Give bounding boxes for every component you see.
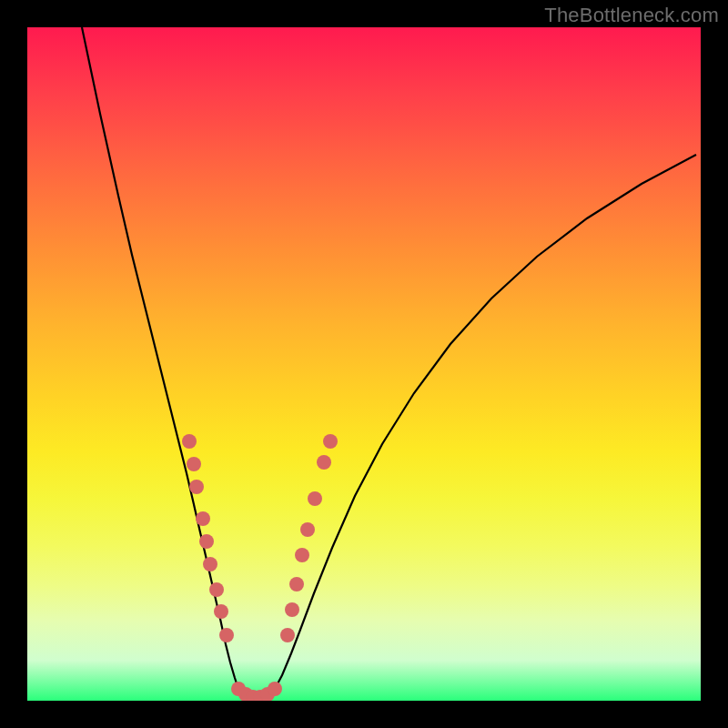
- marker-dot: [268, 682, 282, 696]
- marker-cluster-left: [182, 434, 234, 642]
- marker-dot: [289, 577, 304, 592]
- marker-dot: [196, 511, 210, 526]
- marker-dot: [280, 628, 295, 642]
- marker-dot: [203, 557, 217, 571]
- marker-dot: [189, 480, 204, 494]
- marker-dot: [317, 455, 331, 470]
- chart-plot-area: [27, 27, 701, 701]
- marker-dot: [300, 522, 315, 537]
- marker-dot: [209, 582, 224, 597]
- marker-cluster-bottom: [231, 682, 282, 701]
- marker-dot: [219, 628, 234, 642]
- marker-dot: [214, 604, 228, 619]
- watermark-text: TheBottleneck.com: [544, 4, 719, 27]
- marker-dot: [199, 534, 214, 549]
- chart-svg: [27, 27, 701, 701]
- marker-dot: [308, 491, 322, 506]
- marker-cluster-right: [280, 434, 338, 642]
- marker-dot: [285, 602, 299, 617]
- marker-dot: [187, 457, 201, 471]
- marker-dot: [295, 548, 309, 562]
- marker-dot: [182, 434, 197, 449]
- marker-dot: [323, 434, 338, 449]
- curve-right-branch: [275, 155, 696, 689]
